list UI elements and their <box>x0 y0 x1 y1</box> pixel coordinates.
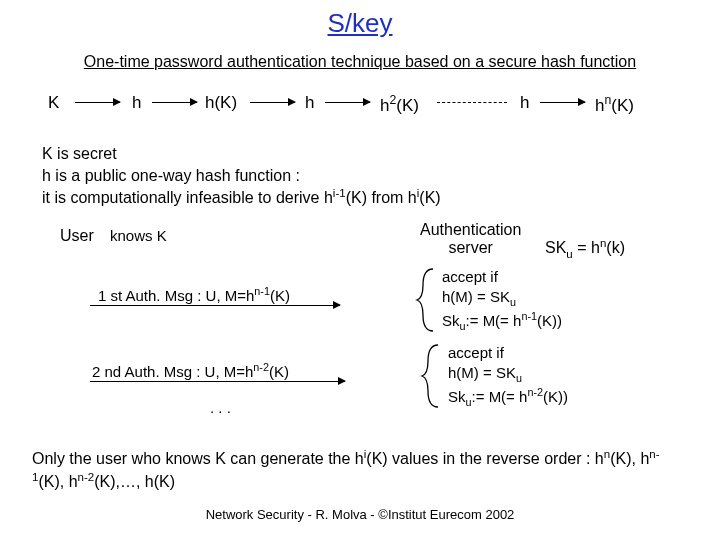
slide-subtitle: One-time password authentication techniq… <box>0 53 720 71</box>
chain-h2K: h2(K) <box>380 93 419 116</box>
hash-chain-diagram: K h h(K) h h2(K) h hn(K) <box>40 93 720 121</box>
chain-h1: h <box>132 93 141 113</box>
desc-line-2: h is a public one-way hash function : <box>42 165 720 187</box>
user-knows: knows K <box>110 227 167 244</box>
accept-block-2: accept if h(M) = SKu Sku:= M(= hn-2(K)) <box>448 343 568 409</box>
chain-h2: h <box>305 93 314 113</box>
dashed-arrow-icon <box>437 102 507 104</box>
desc-line-3: it is computationally infeasible to deri… <box>42 186 720 209</box>
slide-title: S/key <box>0 0 720 39</box>
arrow-icon <box>75 102 120 103</box>
arrow-icon <box>250 102 295 103</box>
description-block: K is secret h is a public one-way hash f… <box>42 143 720 209</box>
user-label: User <box>60 227 94 245</box>
desc-line-1: K is secret <box>42 143 720 165</box>
msg2-label: 2 nd Auth. Msg : U, M=hn-2(K) <box>92 361 289 380</box>
arrow-icon <box>325 102 370 103</box>
footer-text: Network Security - R. Molva - ©Institut … <box>0 507 720 522</box>
chain-h3: h <box>520 93 529 113</box>
chain-K: K <box>48 93 59 113</box>
ellipsis: . . . <box>210 399 231 416</box>
chain-hK: h(K) <box>205 93 237 113</box>
protocol-diagram: User knows K Authentication server SKu =… <box>0 227 720 447</box>
sku-equation: SKu = hn(k) <box>545 237 625 260</box>
arrow-icon <box>152 102 197 103</box>
accept-block-1: accept if h(M) = SKu Sku:= M(= hn-1(K)) <box>442 267 562 333</box>
conclusion-text: Only the user who knows K can generate t… <box>32 447 688 493</box>
msg1-label: 1 st Auth. Msg : U, M=hn-1(K) <box>98 285 290 304</box>
arrow-icon <box>540 102 585 103</box>
chain-hnK: hn(K) <box>595 93 634 116</box>
arrow-icon <box>90 381 345 382</box>
auth-server-label: Authentication server <box>420 221 521 257</box>
brace-icon <box>415 267 437 333</box>
arrow-icon <box>90 305 340 306</box>
brace-icon <box>420 343 442 409</box>
